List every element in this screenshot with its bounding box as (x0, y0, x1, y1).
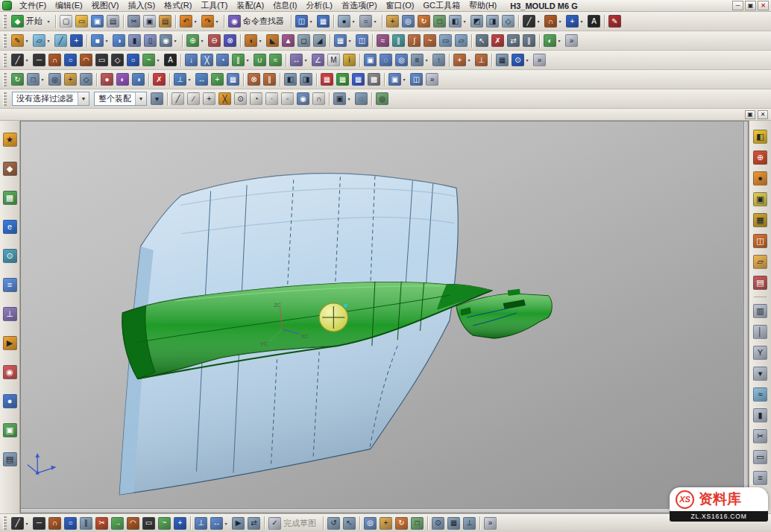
zoom-in-out[interactable]: ◎ (47, 72, 63, 87)
assembly-constraints[interactable]: ⊥▾ (172, 72, 194, 87)
menu-analysis[interactable]: 分析(L) (301, 0, 336, 11)
studio-spline-sketch[interactable]: ~ (157, 516, 172, 531)
workpiece[interactable]: ▣ (752, 191, 769, 208)
bounded-plane[interactable]: ▭ (438, 33, 453, 48)
arc-curve[interactable]: ∩▾ (543, 13, 564, 29)
standard-parts[interactable]: ▥ (752, 303, 769, 320)
menu-edit[interactable]: 编辑(E) (51, 0, 87, 11)
expand-toolbar-row3[interactable]: » (564, 33, 579, 48)
display-mode[interactable]: ◫ (409, 72, 424, 87)
chevron-down-icon[interactable]: ▼ (78, 92, 89, 105)
measure-distance[interactable]: ↔▾ (289, 52, 310, 68)
close-viewport-button[interactable]: ✕ (758, 110, 768, 119)
line-sketch[interactable]: ─ (31, 516, 47, 531)
web-browser[interactable]: e (1, 218, 19, 235)
expand-toolbar-row5[interactable]: » (424, 72, 440, 87)
ejector-pin[interactable]: │ (752, 323, 769, 341)
edit-section[interactable]: ◧ (283, 72, 298, 87)
text-annotation[interactable]: A (586, 13, 602, 29)
menu-information[interactable]: 信息(I) (268, 0, 301, 11)
section-curve[interactable]: ◔ (215, 52, 230, 68)
gate[interactable]: ▾ (752, 365, 769, 382)
profile-sketch[interactable]: ╱▾ (10, 516, 31, 531)
zoom-bottom[interactable]: ◎ (362, 516, 378, 531)
rotate-bottom[interactable]: ↻ (394, 516, 409, 531)
menu-file[interactable]: 文件(F) (15, 0, 51, 11)
project-curve[interactable]: ↓ (183, 52, 199, 68)
sew[interactable]: ≈ (375, 33, 391, 48)
edit-object-display[interactable]: ▣ (362, 52, 378, 68)
move-component[interactable]: ↔ (194, 72, 210, 87)
profile-curve[interactable]: ╱▾ (10, 52, 31, 68)
circle-sketch[interactable]: ○ (63, 516, 78, 531)
shell[interactable]: ◻ (296, 33, 312, 48)
zoom-view[interactable]: ◎ (400, 13, 416, 29)
refresh-display[interactable]: ↻ (10, 72, 25, 87)
control-point-snap[interactable]: + (201, 91, 217, 107)
wireframe-display[interactable]: ○▾ (358, 13, 380, 29)
fit-view[interactable]: □ (432, 13, 447, 29)
parting-surface[interactable]: ▱ (752, 253, 769, 270)
new-file[interactable]: ▢ (58, 13, 74, 29)
cavity-layout[interactable]: ▦ (752, 212, 769, 229)
cooling-channel[interactable]: ≈ (752, 386, 769, 403)
print[interactable]: ▤ (105, 13, 121, 29)
material-properties[interactable]: M (326, 52, 342, 68)
fit-bottom[interactable]: □ (409, 516, 425, 531)
close-button[interactable]: ✕ (758, 1, 769, 10)
datum-axis[interactable]: ╱ (53, 33, 69, 48)
fillet-curve[interactable]: ◠ (78, 52, 94, 68)
unite[interactable]: ⊕▾ (185, 33, 207, 48)
process-studio[interactable]: ▶ (1, 335, 19, 352)
rgb-grid[interactable]: ▩ (366, 72, 382, 87)
point[interactable]: + (69, 33, 84, 48)
toolbar-grip[interactable] (3, 92, 7, 106)
wcs-indicator[interactable] (28, 454, 55, 475)
polygon[interactable]: ◇ (110, 52, 125, 68)
roles-palette[interactable]: ◉ (1, 364, 19, 381)
quick-extend[interactable]: → (110, 516, 125, 531)
green-channel[interactable]: ▦ (335, 72, 350, 87)
finish-sketch[interactable]: ✓完成草图 (267, 516, 321, 531)
quick-trim[interactable]: ✂ (94, 516, 110, 531)
true-shading[interactable]: ◑ (130, 72, 146, 87)
touch-panel[interactable]: ▤ (1, 451, 19, 468)
redo[interactable]: ↷▾ (200, 13, 221, 29)
wcs-dynamics[interactable]: +▾ (452, 52, 473, 68)
perspective-display[interactable]: ◇ (78, 72, 94, 87)
pattern-feature[interactable]: ▦▾ (333, 33, 354, 48)
minimize-button[interactable]: ─ (732, 1, 743, 10)
existing-point-snap[interactable]: · (264, 91, 280, 107)
snap-toggle-bottom[interactable]: ⊙ (430, 516, 446, 531)
measure-angle[interactable]: ∠ (310, 52, 326, 68)
toolbar-grip[interactable] (3, 516, 7, 530)
mirror-feature[interactable]: ◫ (354, 33, 370, 48)
pan-view[interactable]: + (385, 13, 400, 29)
block[interactable]: ▮ (127, 33, 142, 48)
arc-sketch[interactable]: ∩ (47, 516, 63, 531)
midpoint-snap[interactable]: ∕ (186, 91, 201, 107)
through-curves[interactable]: ∫ (406, 33, 422, 48)
ortho-toggle[interactable]: ⊥ (462, 516, 477, 531)
arc-center-snap[interactable]: ⊙ (233, 91, 248, 107)
menu-window[interactable]: 窗口(O) (382, 0, 419, 11)
chamfer[interactable]: ◣ (265, 33, 280, 48)
mold-tools[interactable]: ◫ (752, 232, 769, 250)
geometric-constraints[interactable]: ⊥ (193, 516, 209, 531)
start-menu[interactable]: ◆开始▾ (10, 13, 53, 29)
clip-section[interactable]: ◨ (298, 72, 314, 87)
part-navigator[interactable]: ▦ (1, 189, 19, 206)
perspective-view[interactable]: ◇ (500, 13, 516, 29)
menu-gc-toolbox[interactable]: GC工具箱 (418, 0, 465, 11)
red-channel[interactable]: ▦ (319, 72, 335, 87)
viewport-horizontal-scrollbar[interactable] (21, 508, 743, 513)
expand-toolbar-bottom[interactable]: » (482, 516, 498, 531)
fillet-sketch[interactable]: ◠ (125, 516, 141, 531)
rotate-view[interactable]: ↻ (416, 13, 432, 29)
move-face[interactable]: ↖ (474, 33, 490, 48)
quadrant-point-snap[interactable]: ◔ (248, 91, 264, 107)
reuse-library[interactable]: ★ (1, 131, 19, 148)
restore-button[interactable]: ▣ (745, 1, 756, 10)
intersect[interactable]: ⊗ (222, 33, 238, 48)
command-finder[interactable]: ◉命令查找器 (227, 13, 289, 29)
